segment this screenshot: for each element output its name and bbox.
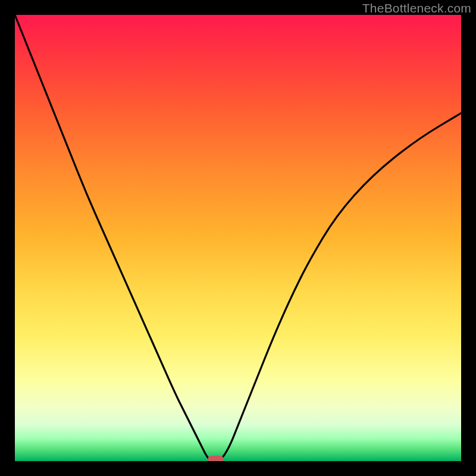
plot-area (15, 15, 461, 461)
chart-svg (15, 15, 461, 461)
chart-frame: TheBottleneck.com (0, 0, 476, 476)
watermark-text: TheBottleneck.com (362, 1, 471, 15)
optimal-marker (208, 456, 224, 461)
bottleneck-curve (15, 15, 461, 461)
